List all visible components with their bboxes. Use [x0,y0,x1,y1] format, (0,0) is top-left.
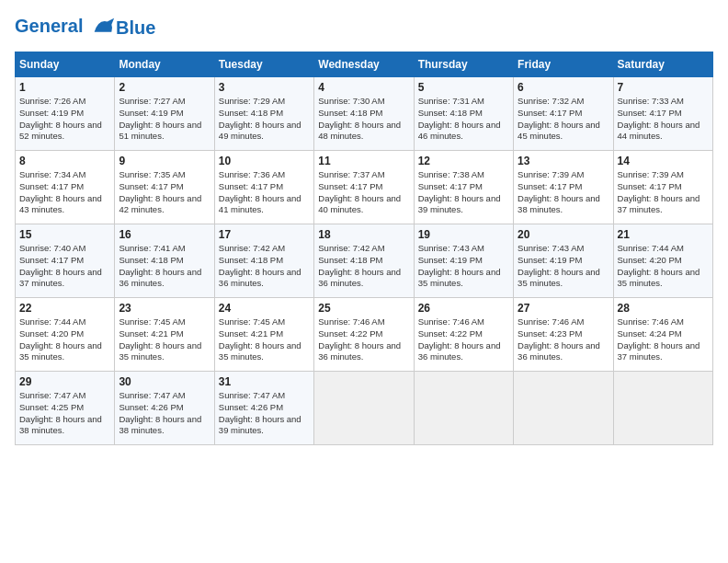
day-number: 26 [418,302,509,315]
day-number: 3 [219,81,310,94]
day-number: 29 [19,375,110,388]
day-number: 4 [318,81,409,94]
day-info: Sunrise: 7:37 AMSunset: 4:17 PMDaylight:… [318,169,409,216]
day-info: Sunrise: 7:35 AMSunset: 4:17 PMDaylight:… [119,169,210,216]
calendar-cell: 17 Sunrise: 7:42 AMSunset: 4:18 PMDaylig… [214,224,313,298]
calendar-cell: 22 Sunrise: 7:44 AMSunset: 4:20 PMDaylig… [16,298,115,372]
day-number: 2 [119,81,210,94]
logo-icon [90,15,116,40]
day-number: 25 [318,302,409,315]
calendar-cell: 11 Sunrise: 7:37 AMSunset: 4:17 PMDaylig… [314,151,414,224]
page-container: General Blue SundayMondayTuesdayWedn [0,0,728,453]
day-number: 8 [19,155,110,167]
calendar-cell: 9 Sunrise: 7:35 AMSunset: 4:17 PMDayligh… [115,151,214,224]
day-info: Sunrise: 7:41 AMSunset: 4:18 PMDaylight:… [119,243,210,290]
calendar-cell: 8 Sunrise: 7:34 AMSunset: 4:17 PMDayligh… [16,151,115,224]
day-info: Sunrise: 7:44 AMSunset: 4:20 PMDaylight:… [19,316,110,363]
calendar-week-3: 15 Sunrise: 7:40 AMSunset: 4:17 PMDaylig… [16,224,713,298]
weekday-header-wednesday: Wednesday [314,52,414,77]
day-info: Sunrise: 7:40 AMSunset: 4:17 PMDaylight:… [19,243,110,290]
day-number: 9 [119,155,210,167]
day-number: 1 [19,81,110,94]
day-info: Sunrise: 7:45 AMSunset: 4:21 PMDaylight:… [119,316,210,363]
calendar-cell: 28 Sunrise: 7:46 AMSunset: 4:24 PMDaylig… [613,298,712,372]
day-number: 17 [219,228,310,241]
calendar-cell: 7 Sunrise: 7:33 AMSunset: 4:17 PMDayligh… [613,77,712,151]
calendar-week-2: 8 Sunrise: 7:34 AMSunset: 4:17 PMDayligh… [16,151,713,224]
day-info: Sunrise: 7:43 AMSunset: 4:19 PMDaylight:… [418,243,509,290]
calendar-header-row: SundayMondayTuesdayWednesdayThursdayFrid… [16,52,713,77]
weekday-header-sunday: Sunday [16,52,115,77]
calendar-cell: 27 Sunrise: 7:46 AMSunset: 4:23 PMDaylig… [514,298,613,372]
day-number: 20 [518,228,609,241]
calendar-cell: 16 Sunrise: 7:41 AMSunset: 4:18 PMDaylig… [115,224,214,298]
calendar-cell: 10 Sunrise: 7:36 AMSunset: 4:17 PMDaylig… [214,151,313,224]
day-info: Sunrise: 7:38 AMSunset: 4:17 PMDaylight:… [418,169,509,216]
page-header: General Blue [15,15,713,40]
day-number: 12 [418,155,509,167]
calendar-cell: 2 Sunrise: 7:27 AMSunset: 4:19 PMDayligh… [115,77,214,151]
calendar-cell [514,372,613,445]
day-number: 19 [418,228,509,241]
day-number: 11 [318,155,409,167]
calendar-cell: 14 Sunrise: 7:39 AMSunset: 4:17 PMDaylig… [613,151,712,224]
day-number: 6 [518,81,609,94]
day-info: Sunrise: 7:34 AMSunset: 4:17 PMDaylight:… [19,169,110,216]
day-number: 7 [618,81,709,94]
calendar-cell: 12 Sunrise: 7:38 AMSunset: 4:17 PMDaylig… [414,151,513,224]
calendar-week-5: 29 Sunrise: 7:47 AMSunset: 4:25 PMDaylig… [16,372,713,445]
calendar-table: SundayMondayTuesdayWednesdayThursdayFrid… [15,52,713,445]
day-number: 31 [219,375,310,388]
calendar-cell [414,372,513,445]
calendar-cell: 3 Sunrise: 7:29 AMSunset: 4:18 PMDayligh… [214,77,313,151]
day-info: Sunrise: 7:32 AMSunset: 4:17 PMDaylight:… [518,96,609,143]
weekday-header-friday: Friday [514,52,613,77]
calendar-cell: 21 Sunrise: 7:44 AMSunset: 4:20 PMDaylig… [613,224,712,298]
calendar-cell: 18 Sunrise: 7:42 AMSunset: 4:18 PMDaylig… [314,224,414,298]
day-info: Sunrise: 7:31 AMSunset: 4:18 PMDaylight:… [418,96,509,143]
calendar-cell [613,372,712,445]
calendar-cell: 25 Sunrise: 7:46 AMSunset: 4:22 PMDaylig… [314,298,414,372]
calendar-cell: 15 Sunrise: 7:40 AMSunset: 4:17 PMDaylig… [16,224,115,298]
calendar-cell: 23 Sunrise: 7:45 AMSunset: 4:21 PMDaylig… [115,298,214,372]
day-info: Sunrise: 7:36 AMSunset: 4:17 PMDaylight:… [219,169,310,216]
calendar-cell: 20 Sunrise: 7:43 AMSunset: 4:19 PMDaylig… [514,224,613,298]
calendar-cell: 6 Sunrise: 7:32 AMSunset: 4:17 PMDayligh… [514,77,613,151]
logo-general: General [15,16,83,36]
day-number: 23 [119,302,210,315]
day-info: Sunrise: 7:42 AMSunset: 4:18 PMDaylight:… [318,243,409,290]
calendar-week-1: 1 Sunrise: 7:26 AMSunset: 4:19 PMDayligh… [16,77,713,151]
day-info: Sunrise: 7:39 AMSunset: 4:17 PMDaylight:… [518,169,609,216]
day-info: Sunrise: 7:45 AMSunset: 4:21 PMDaylight:… [219,316,310,363]
day-number: 27 [518,302,609,315]
day-number: 14 [618,155,709,167]
logo-blue: Blue [116,17,155,38]
calendar-cell: 31 Sunrise: 7:47 AMSunset: 4:26 PMDaylig… [214,372,313,445]
day-info: Sunrise: 7:33 AMSunset: 4:17 PMDaylight:… [618,96,709,143]
weekday-header-tuesday: Tuesday [214,52,313,77]
day-number: 21 [618,228,709,241]
day-info: Sunrise: 7:47 AMSunset: 4:26 PMDaylight:… [119,390,210,437]
calendar-cell: 24 Sunrise: 7:45 AMSunset: 4:21 PMDaylig… [214,298,313,372]
day-number: 10 [219,155,310,167]
calendar-cell: 26 Sunrise: 7:46 AMSunset: 4:22 PMDaylig… [414,298,513,372]
day-number: 28 [618,302,709,315]
day-info: Sunrise: 7:43 AMSunset: 4:19 PMDaylight:… [518,243,609,290]
day-info: Sunrise: 7:46 AMSunset: 4:22 PMDaylight:… [318,316,409,363]
calendar-week-4: 22 Sunrise: 7:44 AMSunset: 4:20 PMDaylig… [16,298,713,372]
day-info: Sunrise: 7:42 AMSunset: 4:18 PMDaylight:… [219,243,310,290]
weekday-header-saturday: Saturday [613,52,712,77]
day-info: Sunrise: 7:30 AMSunset: 4:18 PMDaylight:… [318,96,409,143]
day-info: Sunrise: 7:46 AMSunset: 4:22 PMDaylight:… [418,316,509,363]
weekday-header-monday: Monday [115,52,214,77]
weekday-header-thursday: Thursday [414,52,513,77]
calendar-cell [314,372,414,445]
day-info: Sunrise: 7:46 AMSunset: 4:24 PMDaylight:… [618,316,709,363]
day-number: 15 [19,228,110,241]
day-info: Sunrise: 7:44 AMSunset: 4:20 PMDaylight:… [618,243,709,290]
calendar-cell: 30 Sunrise: 7:47 AMSunset: 4:26 PMDaylig… [115,372,214,445]
day-info: Sunrise: 7:47 AMSunset: 4:25 PMDaylight:… [19,390,110,437]
day-number: 18 [318,228,409,241]
day-number: 22 [19,302,110,315]
day-number: 13 [518,155,609,167]
